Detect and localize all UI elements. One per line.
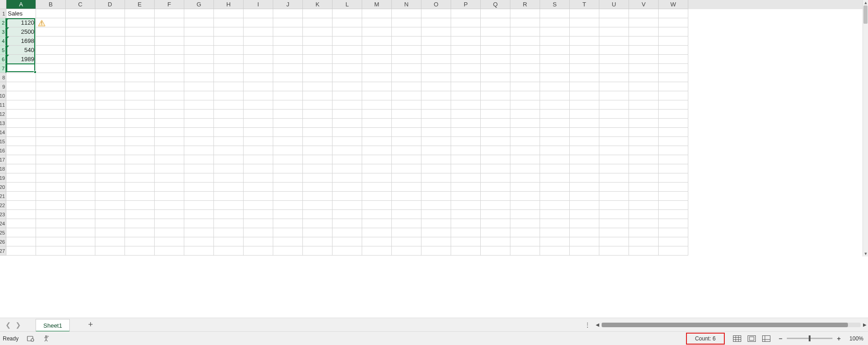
cell-K10[interactable] — [303, 91, 333, 100]
row-header-10[interactable]: 10 — [0, 91, 6, 100]
cell-G5[interactable] — [184, 46, 214, 55]
cell-D21[interactable] — [95, 192, 125, 201]
cell-B7[interactable] — [36, 64, 66, 73]
cell-U9[interactable] — [599, 82, 629, 91]
row-header-25[interactable]: 25 — [0, 228, 6, 237]
cell-T25[interactable] — [570, 228, 599, 237]
cell-C5[interactable] — [66, 46, 95, 55]
cell-E4[interactable] — [125, 37, 155, 46]
cell-B3[interactable] — [36, 27, 66, 37]
cell-Q1[interactable] — [481, 9, 510, 18]
cell-W7[interactable] — [659, 64, 688, 73]
cell-B26[interactable] — [36, 237, 66, 246]
cell-M17[interactable] — [362, 155, 392, 164]
cell-F6[interactable] — [155, 55, 184, 64]
cell-U6[interactable] — [599, 55, 629, 64]
cell-B18[interactable] — [36, 164, 66, 173]
cell-D5[interactable] — [95, 46, 125, 55]
cell-E14[interactable] — [125, 128, 155, 137]
cell-I22[interactable] — [244, 201, 273, 210]
cell-R2[interactable] — [510, 18, 540, 27]
cell-R19[interactable] — [510, 173, 540, 183]
row-header-14[interactable]: 14 — [0, 128, 6, 137]
cell-E19[interactable] — [125, 173, 155, 183]
cell-I18[interactable] — [244, 164, 273, 173]
row-header-11[interactable]: 11 — [0, 100, 6, 110]
cell-M19[interactable] — [362, 173, 392, 183]
cell-C10[interactable] — [66, 91, 95, 100]
cell-J16[interactable] — [273, 146, 303, 155]
cell-W10[interactable] — [659, 91, 688, 100]
cell-F22[interactable] — [155, 201, 184, 210]
column-header-S[interactable]: S — [540, 0, 570, 9]
cell-L4[interactable] — [333, 37, 362, 46]
cell-S19[interactable] — [540, 173, 570, 183]
column-header-C[interactable]: C — [66, 0, 95, 9]
cell-R5[interactable] — [510, 46, 540, 55]
cell-F20[interactable] — [155, 183, 184, 192]
cell-C22[interactable] — [66, 201, 95, 210]
cell-U2[interactable] — [599, 18, 629, 27]
cell-J10[interactable] — [273, 91, 303, 100]
cell-V22[interactable] — [629, 201, 659, 210]
cell-K5[interactable] — [303, 46, 333, 55]
cell-L2[interactable] — [333, 18, 362, 27]
cell-H8[interactable] — [214, 73, 244, 82]
column-header-N[interactable]: N — [392, 0, 421, 9]
cell-S25[interactable] — [540, 228, 570, 237]
cell-U8[interactable] — [599, 73, 629, 82]
cell-I11[interactable] — [244, 100, 273, 110]
cell-D20[interactable] — [95, 183, 125, 192]
cell-T15[interactable] — [570, 137, 599, 146]
cell-M10[interactable] — [362, 91, 392, 100]
cell-A20[interactable] — [6, 183, 36, 192]
cell-R9[interactable] — [510, 82, 540, 91]
zoom-percent[interactable]: 100% — [845, 335, 863, 342]
cell-R3[interactable] — [510, 27, 540, 37]
add-sheet-button[interactable]: + — [88, 320, 93, 329]
cell-P25[interactable] — [451, 228, 481, 237]
cell-A12[interactable] — [6, 110, 36, 119]
cell-T18[interactable] — [570, 164, 599, 173]
cell-B24[interactable] — [36, 219, 66, 228]
cell-A1[interactable]: Sales — [6, 9, 36, 18]
cell-C14[interactable] — [66, 128, 95, 137]
cell-I4[interactable] — [244, 37, 273, 46]
cell-V19[interactable] — [629, 173, 659, 183]
cell-N25[interactable] — [392, 228, 421, 237]
cell-D22[interactable] — [95, 201, 125, 210]
scroll-left-icon[interactable]: ◀ — [594, 322, 601, 328]
row-header-18[interactable]: 18 — [0, 164, 6, 173]
cell-O23[interactable] — [421, 210, 451, 219]
cell-P23[interactable] — [451, 210, 481, 219]
cell-A14[interactable] — [6, 128, 36, 137]
cell-G18[interactable] — [184, 164, 214, 173]
cell-B20[interactable] — [36, 183, 66, 192]
cell-G19[interactable] — [184, 173, 214, 183]
cell-W3[interactable] — [659, 27, 688, 37]
cell-J7[interactable] — [273, 64, 303, 73]
row-header-26[interactable]: 26 — [0, 237, 6, 246]
cell-F7[interactable] — [155, 64, 184, 73]
cell-U16[interactable] — [599, 146, 629, 155]
cell-F21[interactable] — [155, 192, 184, 201]
cell-U7[interactable] — [599, 64, 629, 73]
cell-G25[interactable] — [184, 228, 214, 237]
row-header-4[interactable]: 4 — [0, 37, 6, 46]
cell-M8[interactable] — [362, 73, 392, 82]
cell-S26[interactable] — [540, 237, 570, 246]
column-header-T[interactable]: T — [570, 0, 599, 9]
cell-O3[interactable] — [421, 27, 451, 37]
cell-V6[interactable] — [629, 55, 659, 64]
cell-R15[interactable] — [510, 137, 540, 146]
cell-T17[interactable] — [570, 155, 599, 164]
cell-G15[interactable] — [184, 137, 214, 146]
cell-N21[interactable] — [392, 192, 421, 201]
column-header-R[interactable]: R — [510, 0, 540, 9]
cell-O21[interactable] — [421, 192, 451, 201]
cell-N17[interactable] — [392, 155, 421, 164]
cell-D18[interactable] — [95, 164, 125, 173]
cell-L12[interactable] — [333, 110, 362, 119]
cell-G11[interactable] — [184, 100, 214, 110]
error-warning-icon[interactable]: ! — [38, 20, 45, 27]
